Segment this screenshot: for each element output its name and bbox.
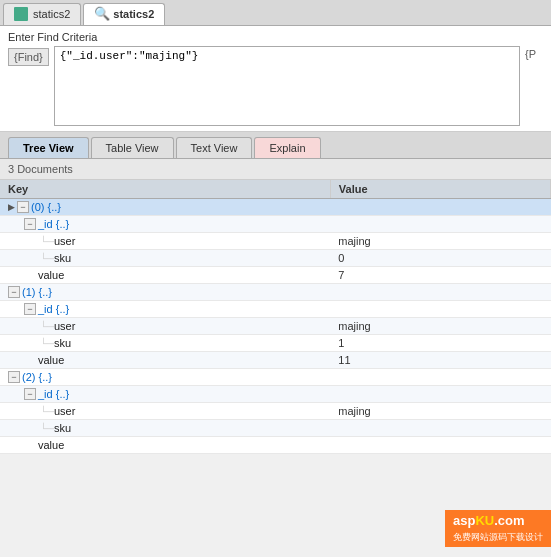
key-cell: └─sku xyxy=(4,422,326,434)
tab-tree-view[interactable]: Tree View xyxy=(8,137,89,158)
table-row[interactable]: −(2) {..} xyxy=(0,369,551,386)
no-expand-spacer: └─ xyxy=(40,337,52,349)
table-row[interactable]: −_id {..} xyxy=(0,301,551,318)
key-cell: value xyxy=(4,354,326,366)
no-expand-spacer xyxy=(24,269,36,281)
watermark-text: aspKU.com免费网站源码下载设计 xyxy=(453,513,543,543)
tree-table: Key Value ▶−(0) {..}−_id {..}└─usermajin… xyxy=(0,180,551,454)
find-tag: {Find} xyxy=(8,48,49,66)
key-label: _id {..} xyxy=(38,388,69,400)
tab-label-inactive: statics2 xyxy=(33,8,70,20)
key-label: (0) {..} xyxy=(31,201,61,213)
cell-value: majing xyxy=(330,233,550,250)
tab-statics2-inactive[interactable]: statics2 xyxy=(3,3,81,25)
expand-button[interactable]: − xyxy=(17,201,29,213)
key-label: sku xyxy=(54,422,71,434)
table-view-label: Table View xyxy=(106,142,159,154)
key-label: _id {..} xyxy=(38,218,69,230)
find-row: {Find} {"_id.user":"majing"} {P xyxy=(8,46,543,126)
documents-count: 3 Documents xyxy=(8,163,73,175)
key-label: _id {..} xyxy=(38,303,69,315)
cell-value: 7 xyxy=(330,267,550,284)
table-row[interactable]: −_id {..} xyxy=(0,386,551,403)
tab-table-view[interactable]: Table View xyxy=(91,137,174,158)
find-input[interactable]: {"_id.user":"majing"} xyxy=(54,46,520,126)
expand-button[interactable]: − xyxy=(24,388,36,400)
cell-value: 11 xyxy=(330,352,550,369)
expand-button[interactable]: − xyxy=(24,218,36,230)
expand-button[interactable]: − xyxy=(8,286,20,298)
cell-value xyxy=(330,284,550,301)
key-cell: −_id {..} xyxy=(4,218,326,230)
table-row[interactable]: └─sku xyxy=(0,420,551,437)
key-cell: └─sku xyxy=(4,252,326,264)
expand-button[interactable]: − xyxy=(8,371,20,383)
table-row[interactable]: value7 xyxy=(0,267,551,284)
no-expand-spacer xyxy=(24,439,36,451)
cell-value: 0 xyxy=(330,250,550,267)
cell-value xyxy=(330,420,550,437)
key-label: value xyxy=(38,269,64,281)
tab-explain[interactable]: Explain xyxy=(254,137,320,158)
table-row[interactable]: └─usermajing xyxy=(0,233,551,250)
find-criteria-label: Enter Find Criteria xyxy=(8,31,543,43)
expand-button[interactable]: − xyxy=(24,303,36,315)
column-key: Key xyxy=(0,180,330,199)
table-row[interactable]: └─usermajing xyxy=(0,318,551,335)
key-label: user xyxy=(54,235,75,247)
cell-value xyxy=(330,199,550,216)
tab-statics2-active[interactable]: 🔍 statics2 xyxy=(83,3,165,25)
cell-value xyxy=(330,437,550,454)
table-row[interactable]: ▶−(0) {..} xyxy=(0,199,551,216)
tree-view-label: Tree View xyxy=(23,142,74,154)
no-expand-spacer: └─ xyxy=(40,252,52,264)
cell-value: 1 xyxy=(330,335,550,352)
column-value: Value xyxy=(330,180,550,199)
cell-value xyxy=(330,369,550,386)
table-row[interactable]: −_id {..} xyxy=(0,216,551,233)
key-cell: −(1) {..} xyxy=(4,286,326,298)
key-label: (1) {..} xyxy=(22,286,52,298)
key-label: user xyxy=(54,320,75,332)
documents-header: 3 Documents xyxy=(0,159,551,180)
key-label: value xyxy=(38,354,64,366)
tree-container[interactable]: Key Value ▶−(0) {..}−_id {..}└─usermajin… xyxy=(0,180,551,454)
table-row[interactable]: value xyxy=(0,437,551,454)
no-expand-spacer xyxy=(24,354,36,366)
table-row[interactable]: └─sku1 xyxy=(0,335,551,352)
no-expand-spacer: └─ xyxy=(40,405,52,417)
key-cell: value xyxy=(4,269,326,281)
cell-value: majing xyxy=(330,403,550,420)
key-cell: └─user xyxy=(4,405,326,417)
key-cell: −_id {..} xyxy=(4,388,326,400)
table-header-row: Key Value xyxy=(0,180,551,199)
key-label: sku xyxy=(54,252,71,264)
key-cell: −(2) {..} xyxy=(4,371,326,383)
key-cell: ▶−(0) {..} xyxy=(4,201,326,213)
key-label: user xyxy=(54,405,75,417)
table-icon xyxy=(14,7,28,21)
table-row[interactable]: value11 xyxy=(0,352,551,369)
key-label: (2) {..} xyxy=(22,371,52,383)
search-icon: 🔍 xyxy=(94,7,108,21)
explain-label: Explain xyxy=(269,142,305,154)
text-view-label: Text View xyxy=(191,142,238,154)
no-expand-spacer: └─ xyxy=(40,320,52,332)
key-cell: value xyxy=(4,439,326,451)
table-row[interactable]: └─sku0 xyxy=(0,250,551,267)
cell-value xyxy=(330,386,550,403)
tab-text-view[interactable]: Text View xyxy=(176,137,253,158)
key-cell: └─user xyxy=(4,320,326,332)
key-cell: └─sku xyxy=(4,337,326,349)
view-tabs-bar: Tree View Table View Text View Explain xyxy=(0,132,551,159)
row-arrow-icon: ▶ xyxy=(8,202,15,212)
top-tab-bar: statics2 🔍 statics2 xyxy=(0,0,551,26)
watermark: aspKU.com免费网站源码下载设计 xyxy=(445,510,551,547)
table-row[interactable]: └─usermajing xyxy=(0,403,551,420)
table-row[interactable]: −(1) {..} xyxy=(0,284,551,301)
find-right-tag: {P xyxy=(525,48,543,60)
key-cell: └─user xyxy=(4,235,326,247)
no-expand-spacer: └─ xyxy=(40,235,52,247)
key-label: sku xyxy=(54,337,71,349)
key-cell: −_id {..} xyxy=(4,303,326,315)
